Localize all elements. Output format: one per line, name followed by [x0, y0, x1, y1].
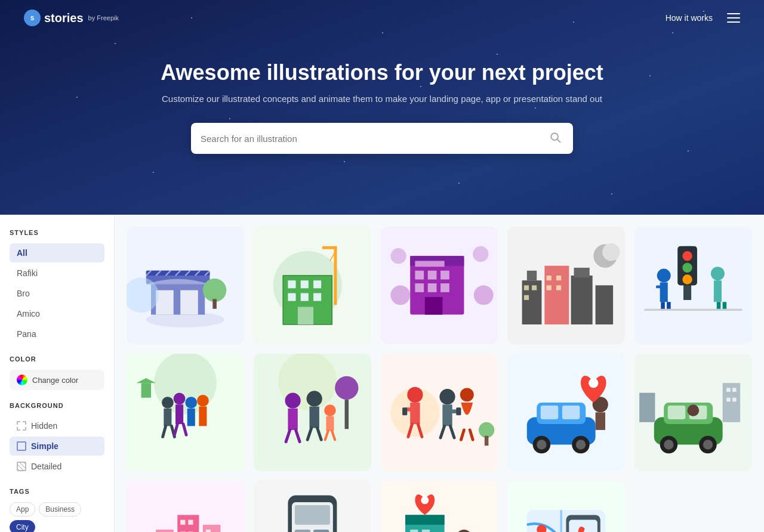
illustration-card-7[interactable]: [254, 354, 371, 471]
logo[interactable]: s stories by Freepik: [24, 10, 119, 26]
svg-point-57: [683, 274, 692, 284]
brand-name: stories: [44, 11, 84, 25]
svg-rect-29: [415, 283, 424, 292]
svg-line-78: [163, 426, 166, 437]
illustration-card-13[interactable]: [381, 481, 498, 532]
bg-detailed[interactable]: Detailed: [10, 457, 104, 476]
svg-rect-141: [156, 530, 174, 532]
svg-point-70: [162, 397, 174, 409]
svg-rect-139: [639, 392, 655, 422]
hamburger-menu[interactable]: [727, 13, 740, 23]
svg-rect-62: [667, 302, 671, 310]
svg-point-98: [407, 387, 423, 403]
svg-rect-44: [524, 285, 529, 290]
illustration-card-10[interactable]: [634, 354, 752, 471]
sidebar: STYLES All Rafiki Bro Amico Pana COLOR C…: [0, 215, 115, 532]
search-button[interactable]: [547, 129, 563, 149]
svg-line-91: [307, 428, 312, 440]
illustration-5-svg: [634, 227, 752, 344]
illustration-8-svg: [381, 354, 498, 471]
svg-point-56: [683, 263, 692, 273]
nav-right: How it works: [666, 13, 740, 23]
search-input[interactable]: [201, 134, 547, 144]
background-section: BACKGROUND Hidden Simple Detailed: [10, 402, 104, 476]
illustration-card-12[interactable]: [254, 481, 371, 532]
illustration-card-14[interactable]: [507, 481, 625, 532]
svg-rect-66: [723, 302, 727, 310]
svg-rect-27: [427, 271, 436, 280]
tag-city[interactable]: City: [10, 520, 35, 532]
bg-detailed-label: Detailed: [31, 462, 61, 471]
svg-rect-20: [298, 307, 313, 324]
svg-rect-71: [164, 409, 171, 426]
svg-point-63: [711, 267, 725, 280]
svg-rect-157: [313, 530, 329, 532]
style-item-bro[interactable]: Bro: [10, 284, 104, 303]
svg-rect-30: [427, 283, 436, 292]
svg-rect-48: [556, 276, 561, 280]
svg-rect-136: [732, 388, 737, 392]
svg-line-109: [450, 426, 454, 438]
svg-point-131: [703, 440, 713, 449]
illustration-card-8[interactable]: [381, 354, 498, 471]
svg-point-85: [285, 392, 300, 408]
svg-rect-9: [212, 299, 217, 308]
svg-rect-22: [322, 246, 337, 249]
svg-rect-47: [547, 276, 552, 280]
svg-point-83: [335, 376, 358, 400]
svg-point-118: [537, 440, 547, 449]
hero-subtitle: Customize our illustrated concepts and a…: [12, 94, 752, 104]
content-area: [115, 215, 764, 532]
hero-title: Awesome illustrations for your next proj…: [12, 60, 752, 85]
bg-simple-label: Simple: [31, 441, 58, 451]
detailed-bg-icon: [17, 462, 26, 471]
svg-rect-50: [556, 285, 561, 290]
tag-business[interactable]: Business: [39, 502, 81, 516]
illustration-card-2[interactable]: [254, 227, 371, 344]
illustration-card-6[interactable]: [127, 354, 244, 471]
svg-point-129: [664, 440, 673, 449]
svg-point-36: [390, 248, 406, 264]
how-it-works-link[interactable]: How it works: [666, 13, 713, 23]
svg-point-58: [657, 269, 671, 283]
bg-simple[interactable]: Simple: [10, 437, 104, 456]
illustration-card-9[interactable]: [507, 354, 625, 471]
svg-rect-163: [410, 530, 418, 532]
style-item-rafiki[interactable]: Rafiki: [10, 264, 104, 283]
svg-rect-86: [288, 409, 297, 430]
svg-point-169: [456, 530, 472, 532]
illustration-12-svg: [254, 481, 371, 532]
svg-rect-33: [415, 261, 444, 267]
svg-point-34: [390, 285, 410, 305]
svg-rect-73: [175, 404, 183, 424]
svg-point-125: [589, 378, 599, 388]
bg-hidden-label: Hidden: [31, 421, 57, 431]
svg-line-111: [461, 430, 464, 440]
bg-hidden[interactable]: Hidden: [10, 416, 104, 435]
style-item-all[interactable]: All: [10, 243, 104, 262]
svg-rect-43: [596, 285, 614, 324]
logo-icon: s: [24, 10, 41, 26]
tags-row: App Business City: [10, 502, 104, 532]
illustration-card-5[interactable]: [634, 227, 752, 344]
svg-rect-21: [334, 246, 337, 305]
svg-rect-156: [295, 530, 310, 532]
svg-rect-41: [571, 276, 593, 324]
svg-rect-39: [527, 271, 537, 280]
svg-point-110: [460, 388, 473, 401]
illustration-3-svg: [381, 227, 498, 344]
svg-rect-124: [596, 412, 605, 430]
svg-rect-6: [180, 290, 198, 315]
style-item-amico[interactable]: Amico: [10, 304, 104, 323]
illustration-card-4[interactable]: [507, 227, 625, 344]
illustration-9-svg: [507, 354, 625, 471]
background-label: BACKGROUND: [10, 402, 104, 409]
illustration-card-3[interactable]: [381, 227, 498, 344]
illustration-2-svg: [254, 227, 371, 344]
hidden-bg-icon: [17, 421, 26, 431]
tag-app[interactable]: App: [10, 502, 35, 516]
illustration-card-11[interactable]: [127, 481, 244, 532]
change-color-button[interactable]: Change color: [10, 370, 104, 390]
style-item-pana[interactable]: Pana: [10, 324, 104, 344]
illustration-card-1[interactable]: [127, 227, 244, 344]
